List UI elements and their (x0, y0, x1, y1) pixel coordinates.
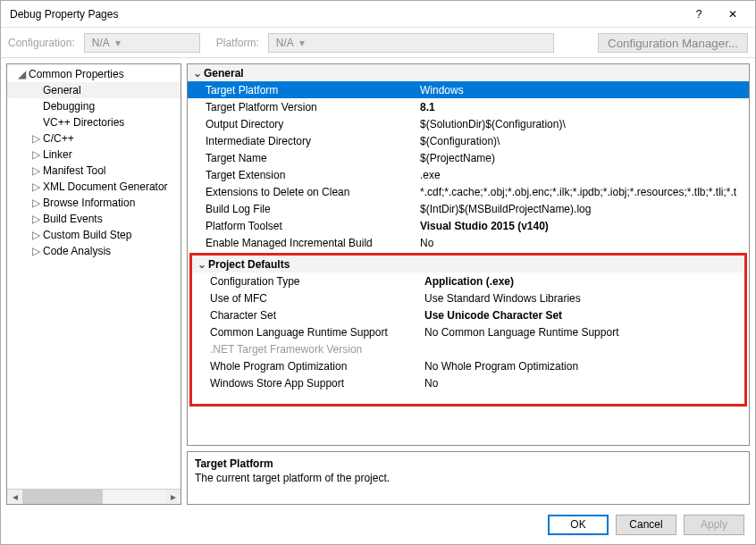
tree-item-label: Custom Build Step (43, 229, 131, 241)
property-name: Configuration Type (210, 275, 424, 288)
group-header-label: General (204, 67, 244, 80)
grid-row[interactable]: Use of MFC Use Standard Windows Librarie… (192, 289, 744, 306)
tree-item-label: Manifest Tool (43, 164, 105, 177)
configuration-bar: Configuration: N/A ▾ Platform: N/A ▾ Con… (1, 28, 755, 58)
property-name: Extensions to Delete on Clean (206, 186, 420, 198)
expander-closed-icon: ▷ (30, 229, 41, 241)
property-value: $(Configuration)\ (420, 135, 749, 147)
scroll-track[interactable] (103, 490, 165, 504)
tree-item-custom-build-step[interactable]: ▷ Custom Build Step (7, 227, 181, 243)
property-name: Build Log File (206, 203, 420, 215)
tree-horizontal-scrollbar[interactable]: ◂ ▸ (7, 489, 181, 504)
category-tree-pane: ◢ Common Properties General Debugging VC… (6, 63, 181, 505)
highlighted-section: ⌄ Project Defaults Configuration Type Ap… (189, 253, 747, 407)
property-name: Intermediate Directory (206, 135, 420, 147)
grid-row[interactable]: Enable Managed Incremental Build No (188, 234, 749, 251)
tree-item-code-analysis[interactable]: ▷ Code Analysis (7, 243, 181, 259)
property-name: Target Name (206, 152, 420, 164)
property-name: Target Platform (206, 84, 420, 96)
property-value: Application (.exe) (424, 275, 744, 288)
grid-row[interactable]: Target Name $(ProjectName) (188, 149, 749, 166)
property-name: Target Platform Version (206, 101, 420, 113)
tree-item-xml-doc-gen[interactable]: ▷ XML Document Generator (7, 179, 181, 195)
group-header-project-defaults[interactable]: ⌄ Project Defaults (192, 256, 744, 272)
grid-row[interactable]: Extensions to Delete on Clean *.cdf;*.ca… (188, 183, 749, 200)
tree-item-label: C/C++ (43, 132, 74, 145)
scroll-thumb[interactable] (22, 490, 103, 504)
tree-item-build-events[interactable]: ▷ Build Events (7, 211, 181, 227)
grid-row[interactable]: Configuration Type Application (.exe) (192, 272, 744, 289)
apply-button[interactable]: Apply (684, 515, 744, 535)
property-name: Windows Store App Support (210, 377, 424, 390)
tree-item-label: Build Events (43, 213, 103, 225)
grid-row[interactable]: Common Language Runtime Support No Commo… (192, 323, 744, 340)
property-grid[interactable]: ⌄ General Target Platform Windows Target… (187, 63, 750, 446)
platform-combo[interactable]: N/A ▾ (268, 33, 554, 53)
chevron-down-icon: ▾ (115, 37, 121, 49)
tree-item-label: Debugging (43, 100, 95, 113)
chevron-down-icon: ▾ (299, 37, 305, 49)
close-button[interactable]: ✕ (716, 2, 750, 27)
dialog-body: ◢ Common Properties General Debugging VC… (1, 58, 755, 505)
grid-row[interactable]: Platform Toolset Visual Studio 2015 (v14… (188, 217, 749, 234)
configuration-manager-button[interactable]: Configuration Manager... (598, 33, 748, 53)
expander-closed-icon: ▷ (30, 197, 41, 209)
cancel-button[interactable]: Cancel (616, 515, 676, 535)
group-header-general[interactable]: ⌄ General (188, 64, 749, 81)
description-title: Target Platform (195, 457, 742, 470)
tree-item-vcdirectories[interactable]: VC++ Directories (7, 114, 181, 130)
property-pages-dialog: Debug Property Pages ? ✕ Configuration: … (0, 0, 756, 545)
tree-item-manifest-tool[interactable]: ▷ Manifest Tool (7, 163, 181, 179)
property-name: Use of MFC (210, 292, 424, 305)
tree-item-label: Linker (43, 148, 72, 161)
ok-button[interactable]: OK (548, 515, 609, 535)
grid-row[interactable]: Target Platform Windows (188, 81, 749, 98)
platform-value: N/A (276, 37, 294, 49)
tree-root[interactable]: ◢ Common Properties (7, 66, 181, 82)
tree-item-debugging[interactable]: Debugging (7, 98, 181, 114)
property-name: Common Language Runtime Support (210, 326, 424, 339)
expander-closed-icon: ▷ (30, 213, 41, 225)
tree-item-label: XML Document Generator (43, 180, 168, 193)
property-value: No (424, 377, 744, 390)
scroll-left-icon[interactable]: ◂ (7, 490, 22, 504)
tree-item-general[interactable]: General (7, 82, 181, 98)
expander-closed-icon: ▷ (30, 148, 41, 161)
property-name: Whole Program Optimization (210, 360, 424, 373)
property-name: Platform Toolset (206, 220, 420, 232)
property-value: Visual Studio 2015 (v140) (420, 220, 749, 232)
help-button[interactable]: ? (682, 2, 716, 27)
property-value: Use Standard Windows Libraries (424, 292, 744, 305)
platform-label: Platform: (216, 37, 263, 49)
chevron-down-icon: ⌄ (191, 67, 204, 80)
property-name: Output Directory (206, 118, 420, 130)
configuration-combo[interactable]: N/A ▾ (84, 33, 200, 53)
property-value: Use Unicode Character Set (424, 309, 744, 322)
grid-row[interactable]: Target Extension .exe (188, 166, 749, 183)
tree-item-browse-info[interactable]: ▷ Browse Information (7, 195, 181, 211)
property-value: *.cdf;*.cache;*.obj;*.obj.enc;*.ilk;*.ip… (420, 186, 749, 198)
grid-row[interactable]: Output Directory $(SolutionDir)$(Configu… (188, 115, 749, 132)
tree-item-c-cpp[interactable]: ▷ C/C++ (7, 130, 181, 147)
grid-row[interactable]: Character Set Use Unicode Character Set (192, 306, 744, 323)
property-value: No Common Language Runtime Support (424, 326, 744, 339)
property-value: 8.1 (420, 101, 749, 113)
close-icon: ✕ (728, 8, 737, 21)
property-value: .exe (420, 169, 749, 181)
tree-item-linker[interactable]: ▷ Linker (7, 147, 181, 163)
scroll-right-icon[interactable]: ▸ (165, 490, 181, 504)
tree-root-label: Common Properties (29, 68, 124, 80)
tree-item-label: Browse Information (43, 197, 135, 209)
property-value: Windows (420, 84, 749, 96)
grid-row[interactable]: Intermediate Directory $(Configuration)\ (188, 132, 749, 149)
grid-row[interactable]: Target Platform Version 8.1 (188, 98, 749, 115)
expander-closed-icon: ▷ (30, 245, 41, 257)
grid-row[interactable]: Windows Store App Support No (192, 374, 744, 391)
tree-item-label: Code Analysis (43, 245, 111, 257)
grid-row[interactable]: Build Log File $(IntDir)$(MSBuildProject… (188, 200, 749, 217)
property-value: $(ProjectName) (420, 152, 749, 164)
grid-row[interactable]: Whole Program Optimization No Whole Prog… (192, 357, 744, 374)
dialog-footer: OK Cancel Apply (1, 505, 755, 544)
category-tree[interactable]: ◢ Common Properties General Debugging VC… (7, 64, 181, 489)
grid-row[interactable]: .NET Target Framework Version (192, 340, 744, 357)
